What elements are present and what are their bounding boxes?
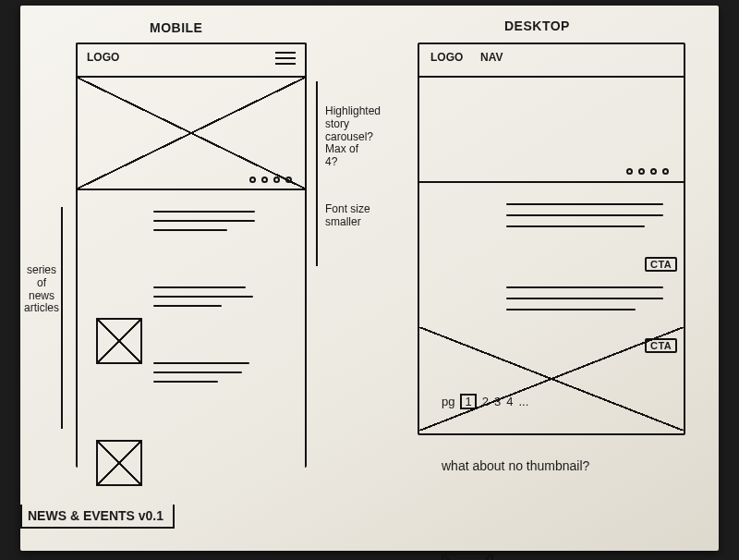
desktop-carousel-dots[interactable] [626,168,669,175]
desktop-nav[interactable]: NAV [480,52,503,65]
annotation-hero: Highlighted story carousel? Max of 4? [325,105,399,169]
pagination-label: pg [442,395,454,408]
mobile-carousel-dots[interactable] [249,177,292,183]
brace-left [61,207,68,429]
pagination-more: ... [518,395,528,408]
desktop-logo: LOGO [430,52,463,65]
pagination-page[interactable]: 2 [482,395,489,408]
desktop-header-divider [418,76,685,78]
desktop-hero-divider [418,181,685,183]
mobile-article-lines [153,211,255,231]
mobile-article-lines [153,362,249,383]
pagination-page[interactable]: 3 [494,395,501,408]
mobile-hero-image[interactable] [78,78,305,189]
desktop-cta-button[interactable]: CTA [645,257,677,272]
desktop-title: DESKTOP [504,18,570,33]
page-title-tag: NEWS & EVENTS v0.1 [20,505,175,529]
mobile-title: MOBILE [150,20,202,35]
pagination-current[interactable]: 1 [460,394,476,409]
annotation-no-thumbnail: what about no thumbnail? [442,458,589,473]
mobile-logo: LOGO [87,52,119,65]
mobile-hero-divider [76,189,307,190]
mobile-article-lines [153,286,253,307]
pagination-page[interactable]: 4 [506,395,513,408]
hamburger-icon[interactable] [275,52,296,68]
brace-right [316,81,323,266]
annotation-fontsize: Font size smaller [325,203,399,229]
mobile-article-thumb[interactable] [96,440,142,486]
mobile-article-thumb[interactable] [96,318,142,364]
paper-sheet: MOBILE LOGO series of news articles [20,6,719,551]
annotation-series: series of news articles [18,264,65,315]
desktop-article-lines [506,286,663,310]
pagination[interactable]: pg 1 2 3 4 ... [442,394,528,409]
desktop-article-thumb[interactable] [442,553,493,560]
desktop-cta-button[interactable]: CTA [645,338,677,353]
desktop-article-lines [506,203,663,227]
